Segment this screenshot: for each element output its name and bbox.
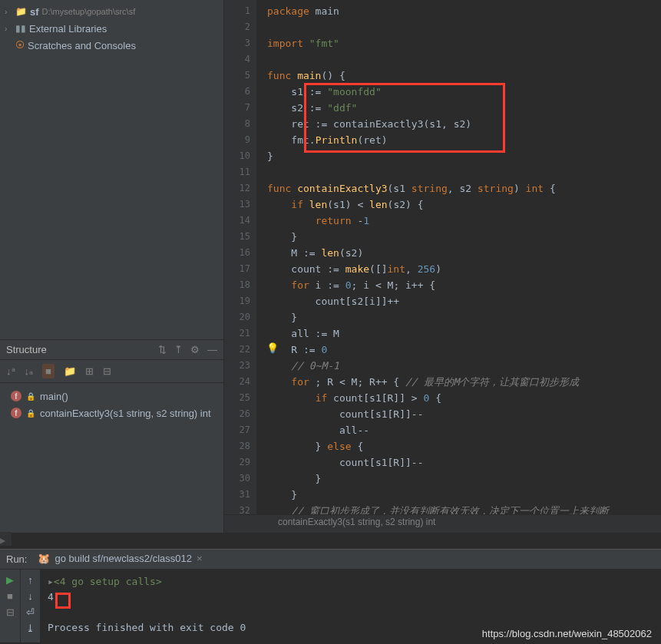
down-icon[interactable]: ↓ [28,590,33,602]
run-tab-label: go build sf/newclass2/class012 [55,553,192,564]
tree-node-root[interactable]: › 📁 sf D:\mysetup\gopath\src\sf [0,3,223,20]
rerun-icon[interactable]: ▶ [6,574,14,586]
watermark: https://blog.csdn.net/weixin_48502062 [482,628,652,639]
node-label: sf [30,6,39,18]
structure-toolbar: ↓ᵃ ↓ₐ ■ 📁 ⊞ ⊟ [0,360,223,383]
soft-wrap-icon[interactable]: ⏎ [26,606,35,618]
tree-node-libs[interactable]: › ▮▮ External Libraries [0,20,223,37]
item-label: containExactly3(s1 string, s2 string) in… [40,408,211,419]
scratch-icon: ⦿ [15,40,25,51]
minimize-icon[interactable]: — [207,344,217,355]
fields-toggle[interactable]: ■ [42,364,55,378]
lock-icon: 🔒 [26,409,35,418]
tree-node-scratches[interactable]: ⦿ Scratches and Consoles [0,37,223,54]
panel-title: Structure [6,344,158,355]
structure-item[interactable]: f 🔒 main() [0,388,223,405]
stop-icon[interactable]: ■ [7,590,13,602]
item-label: main() [40,391,68,402]
autoscroll-from-icon[interactable]: ⊟ [103,365,111,377]
gear-icon[interactable]: ⚙ [190,344,200,355]
chevron-right-icon: › [5,8,12,16]
function-icon: f [11,391,21,401]
code-editor[interactable]: package main import "fmt" func main() { … [256,0,661,514]
up-icon[interactable]: ↑ [28,574,33,586]
run-controls: ▶ ■ ⊟ [0,570,20,642]
intention-bulb-icon[interactable]: 💡 [266,342,279,354]
library-icon: ▮▮ [15,23,26,34]
node-label: External Libraries [29,23,107,35]
scroll-end-icon[interactable]: ⤓ [26,623,35,634]
layout-icon[interactable]: ⊟ [6,606,15,618]
expand-icon[interactable]: ⇅ [158,344,167,355]
go-icon: 🐹 [38,553,50,564]
node-label: Scratches and Consoles [28,40,136,51]
structure-item[interactable]: f 🔒 containExactly3(s1 string, s2 string… [0,405,223,421]
breadcrumb[interactable]: containExactly3(s1 string, s2 string) in… [224,514,661,533]
run-tab[interactable]: 🐹 go build sf/newclass2/class012 × [33,553,207,566]
run-sub-controls: ↑ ↓ ⏎ ⤓ [20,570,40,642]
node-path: D:\mysetup\gopath\src\sf [42,7,136,16]
collapse-icon[interactable]: ⤒ [174,344,183,355]
run-label: Run: [6,553,27,565]
sort-alpha-icon[interactable]: ↓ᵃ [6,365,15,377]
folder-icon: 📁 [15,6,27,17]
line-gutter[interactable]: 1234567891011121314151617181920212223242… [224,0,256,514]
close-icon[interactable]: × [197,553,203,564]
breadcrumb-text: containExactly3(s1 string, s2 string) in… [278,517,435,527]
show-non-public-icon[interactable]: 📁 [64,365,76,377]
autoscroll-icon[interactable]: ⊞ [85,365,94,377]
lock-icon: 🔒 [26,392,35,401]
chevron-right-icon: › [5,25,12,33]
structure-header: Structure ⇅ ⤒ ⚙ — [0,340,223,360]
structure-body[interactable]: f 🔒 main() f 🔒 containExactly3(s1 string… [0,383,223,426]
run-gutter-icon[interactable]: ▶ [0,532,12,546]
sort-visibility-icon[interactable]: ↓ₐ [25,365,34,377]
project-tree[interactable]: › 📁 sf D:\mysetup\gopath\src\sf › ▮▮ Ext… [0,0,223,339]
function-icon: f [11,408,21,418]
